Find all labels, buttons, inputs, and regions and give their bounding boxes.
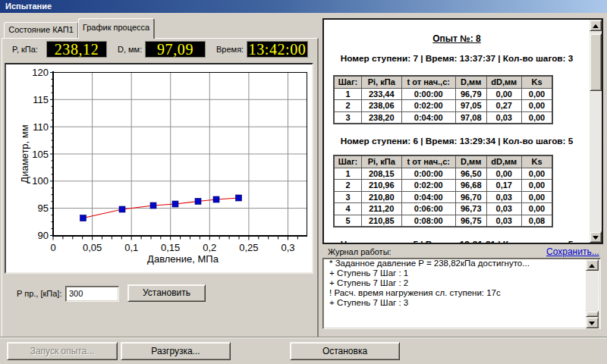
svg-text:0,2: 0,2 — [203, 242, 216, 253]
svg-text:95: 95 — [38, 202, 49, 214]
svg-text:Давление, МПа: Давление, МПа — [147, 253, 219, 265]
svg-text:120: 120 — [32, 67, 49, 78]
svg-text:0: 0 — [50, 242, 55, 253]
svg-text:90: 90 — [38, 230, 49, 241]
svg-text:0,1: 0,1 — [124, 242, 138, 253]
svg-text:0,15: 0,15 — [161, 242, 180, 253]
svg-text:0,05: 0,05 — [83, 242, 102, 253]
svg-text:Диаметр, мм: Диаметр, мм — [19, 124, 30, 183]
svg-text:110: 110 — [33, 121, 49, 133]
svg-text:0,3: 0,3 — [281, 242, 294, 253]
svg-text:115: 115 — [33, 94, 49, 105]
svg-text:100: 100 — [32, 175, 49, 187]
svg-text:105: 105 — [32, 149, 49, 160]
svg-text:0,25: 0,25 — [239, 242, 258, 253]
